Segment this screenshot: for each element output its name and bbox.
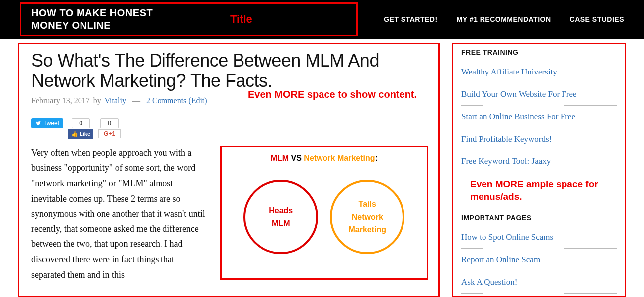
- fb-count: 0: [72, 118, 90, 128]
- header-bar: HOW TO MAKE HONEST MONEY ONLINE Title GE…: [0, 0, 644, 39]
- gplus-widget: 0 G+1: [98, 118, 121, 138]
- sidebar-heading-training: FREE TRAINING: [461, 48, 617, 56]
- sidebar-list-pages: How to Spot Online Scams Report an Onlin…: [461, 232, 617, 297]
- meta-dash: —: [132, 96, 140, 105]
- tweet-button[interactable]: Tweet: [31, 118, 63, 128]
- gplus-count: 0: [100, 118, 119, 128]
- venn-circles: Heads MLM Tails Network Marketing: [232, 180, 417, 254]
- sb-link-keywords[interactable]: Find Profitable Keywords!: [461, 134, 552, 144]
- list-item: Find Profitable Keywords!: [461, 134, 617, 150]
- article-title: So What's The Difference Between MLM And…: [31, 50, 428, 91]
- list-item: Report an Online Scam: [461, 255, 617, 271]
- nav-recommendation[interactable]: MY #1 RECOMMENDATION: [457, 15, 551, 23]
- venn-right-circle: Tails Network Marketing: [330, 180, 404, 254]
- fb-like-button[interactable]: 👍 Like: [68, 129, 93, 139]
- content-annotation: Even MORE space to show content.: [248, 88, 417, 101]
- list-item: Wealthy Affiliate University: [461, 67, 617, 83]
- venn-right-bottom: Network Marketing: [332, 211, 402, 236]
- venn-title: MLM VS Network Marketing:: [232, 154, 417, 163]
- main-nav: GET STARTED! MY #1 RECOMMENDATION CASE S…: [384, 15, 624, 23]
- author-link[interactable]: Vitaliy: [104, 96, 126, 105]
- nav-case-studies[interactable]: CASE STUDIES: [570, 15, 624, 23]
- list-item: Ask A Question!: [461, 277, 617, 294]
- twitter-icon: [35, 121, 41, 126]
- sidebar-list-training: Wealthy Affiliate University Build Your …: [461, 67, 617, 172]
- content-wrap: So What's The Difference Between MLM And…: [0, 39, 644, 297]
- venn-diagram-box: MLM VS Network Marketing: Heads MLM Tail…: [220, 146, 428, 280]
- sb-link-business[interactable]: Start an Online Business For Free: [461, 112, 575, 121]
- venn-title-colon: :: [375, 154, 378, 162]
- sidebar: FREE TRAINING Wealthy Affiliate Universi…: [452, 43, 626, 297]
- venn-left-circle: Heads MLM: [243, 180, 318, 254]
- article-body-text: Very often when people approach you with…: [31, 146, 210, 282]
- nav-get-started[interactable]: GET STARTED!: [384, 15, 437, 23]
- header-title-box: HOW TO MAKE HONEST MONEY ONLINE Title: [20, 2, 358, 36]
- sb-link-jaaxy[interactable]: Free Keyword Tool: Jaaxy: [461, 156, 551, 166]
- list-item: How to Spot Online Scams: [461, 232, 617, 249]
- venn-right-top: Tails: [359, 198, 376, 211]
- sb-link-ask[interactable]: Ask A Question!: [461, 277, 517, 287]
- article-body-row: Very often when people approach you with…: [31, 146, 428, 282]
- thumb-icon: 👍: [71, 131, 78, 137]
- venn-title-vs: VS: [291, 154, 302, 162]
- venn-title-nm: Network Marketing: [304, 154, 375, 162]
- tweet-label: Tweet: [43, 120, 59, 127]
- sb-link-website[interactable]: Build Your Own Website For Free: [461, 89, 577, 99]
- sidebar-heading-pages: IMPORTANT PAGES: [461, 214, 617, 222]
- article-date: February 13, 2017: [31, 96, 90, 105]
- list-item: Start an Online Business For Free: [461, 112, 617, 128]
- title-annotation: Title: [230, 13, 252, 26]
- site-title[interactable]: HOW TO MAKE HONEST MONEY ONLINE: [31, 7, 190, 32]
- venn-left-top: Heads: [269, 204, 293, 217]
- gplus-button[interactable]: G+1: [98, 129, 121, 138]
- social-buttons: Tweet 0 👍 Like 0 G+1: [31, 118, 428, 139]
- main-article: So What's The Difference Between MLM And…: [18, 43, 440, 297]
- sb-link-report[interactable]: Report an Online Scam: [461, 255, 540, 264]
- comments-link[interactable]: 2 Comments (Edit): [146, 96, 207, 105]
- sb-link-scams[interactable]: How to Spot Online Scams: [461, 232, 553, 242]
- sb-link-wa[interactable]: Wealthy Affiliate University: [461, 67, 557, 76]
- fb-like-label: Like: [80, 131, 90, 137]
- list-item: Build Your Own Website For Free: [461, 89, 617, 106]
- venn-left-bottom: MLM: [272, 217, 290, 230]
- by-label: by: [93, 96, 101, 105]
- venn-title-mlm: MLM: [271, 154, 289, 162]
- sidebar-annotation: Even MORE ample space for menus/ads.: [470, 178, 617, 203]
- facebook-widget: 0 👍 Like: [68, 118, 93, 139]
- list-item: Free Keyword Tool: Jaaxy: [461, 156, 617, 172]
- sidebar-section-pages: IMPORTANT PAGES How to Spot Online Scams…: [461, 214, 617, 297]
